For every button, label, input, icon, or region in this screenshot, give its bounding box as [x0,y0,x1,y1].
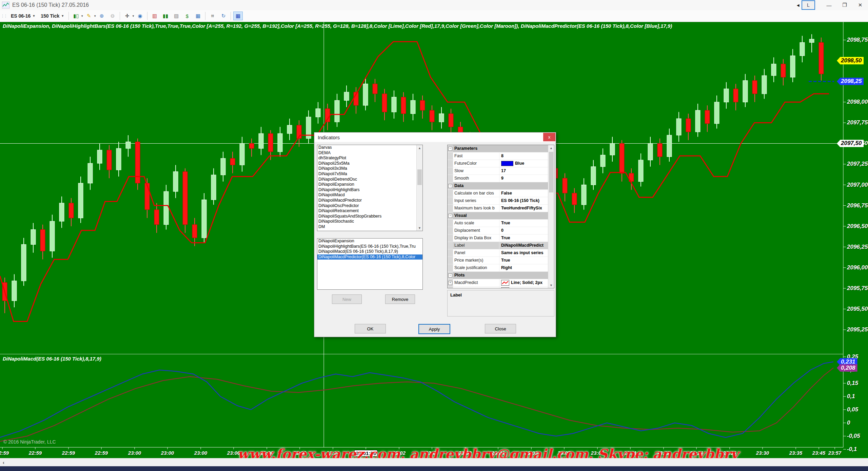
indicator-list-item[interactable]: DiNapoliRetracement [317,208,417,214]
property-row[interactable]: PanelSame as input series [448,249,548,257]
configured-indicator-item[interactable]: DiNapoliMacdPredictor(ES 06-16 (150 Tick… [317,254,422,260]
property-row[interactable]: Calculate on bar closFalse [448,190,548,197]
dialog-close-button[interactable]: x [543,133,555,141]
collapse-icon[interactable]: − [448,147,452,151]
scroll-thumb[interactable] [417,169,422,185]
chevron-down-icon[interactable]: ▼ [544,287,547,288]
property-row[interactable]: Smooth9 [448,175,548,182]
chart-trader-icon[interactable]: ▮▮ [161,12,170,20]
property-value[interactable]: False [499,190,548,197]
property-value[interactable]: ES 06-16 (150 Tick) [499,197,548,204]
property-value[interactable]: Blue [499,160,548,167]
collapse-icon[interactable]: − [448,273,452,278]
collapse-icon[interactable]: − [448,184,452,188]
property-value[interactable]: 9 [499,175,548,182]
property-row[interactable]: +MacdPredictLine; Solid; 2px [448,279,548,287]
indicator-panel-icon[interactable]: ⌗ [208,12,217,20]
property-row[interactable]: Fast8 [448,152,548,160]
scroll-down-icon[interactable]: ▼ [548,282,554,288]
scroll-up-icon[interactable]: ▲ [417,145,422,151]
property-row[interactable]: LabelDiNapoliMacdPredict [448,242,548,249]
property-value[interactable]: Line; Solid; 2px [499,279,548,286]
minimize-button[interactable]: — [821,0,837,10]
market-depth-icon[interactable]: ▥ [150,12,159,20]
ok-button[interactable]: OK [355,324,386,333]
available-indicators-list[interactable]: DarvasDEMAdhStrategyPlotDiNapoli25x5MaDi… [317,145,423,231]
indicator-list-item[interactable]: DM [317,224,417,230]
indicator-list-item[interactable]: DiNapoliExpansion [317,182,417,187]
indicator-list-item[interactable]: DiNapoliHighlightBars [317,187,417,193]
crosshair-icon[interactable]: ✛ [122,12,132,20]
property-row[interactable]: Input seriesES 06-16 (150 Tick) [448,197,548,205]
close-button[interactable]: ✕ [852,0,868,10]
new-button[interactable]: New [332,294,362,304]
chart-style-icon[interactable]: ▮▯ [71,12,81,20]
zoom-in-icon[interactable]: ⊕ [97,12,106,20]
property-row[interactable]: +MacdPredictFutureDot; Dot; -3,402▼ [448,287,548,288]
property-row[interactable]: Auto scaleTrue [448,220,548,227]
reload-icon[interactable]: ↻ [219,12,228,20]
instrument-dropdown[interactable]: ES 06-16 ▼ [8,12,38,20]
configured-indicator-item[interactable]: DiNapoliHighlightBars(ES 06-16 (150 Tick… [317,244,422,249]
macd-indicator-icon[interactable]: ▦ [233,12,243,20]
configured-indicators-list[interactable]: DiNapoliExpansionDiNapoliHighlightBars(E… [317,238,423,290]
indicator-list-item[interactable]: DiNapoli7x5Ma [317,171,417,177]
period-dropdown[interactable]: 150 Tick ▼ [38,12,67,20]
property-value[interactable]: Right [499,264,548,271]
mini-chart-icon[interactable]: ▨ [172,12,181,20]
toolbar-grip[interactable]: ⋮⋮ [1,14,7,18]
property-value[interactable]: TwoHundredFiftySix [499,205,548,212]
property-value[interactable]: True [499,234,548,242]
property-value[interactable]: 8 [499,152,548,160]
property-row[interactable]: Price marker(s)True [448,257,548,264]
expand-icon[interactable]: + [448,281,452,285]
horizontal-scrollbar[interactable]: ‹ [0,458,868,466]
property-value[interactable]: Dot; Dot; -3,402▼ [499,287,548,288]
properties-scrollbar[interactable]: ▲ ▼ [548,145,554,288]
indicator-list-item[interactable]: DiNapoliOscPredictor [317,203,417,209]
property-value[interactable]: DiNapoliMacdPredict [499,242,548,249]
collapse-icon[interactable]: − [448,214,452,218]
property-value[interactable]: 17 [499,167,548,175]
expand-icon[interactable]: + [448,288,452,289]
instrument-link-button[interactable]: L [802,0,815,10]
property-category-row[interactable]: −Plots [448,272,548,279]
data-grid-icon[interactable]: ▦ [193,12,203,20]
scroll-up-icon[interactable]: ▲ [548,145,554,151]
chart-preview-icon[interactable]: ◉ [135,12,145,20]
property-row[interactable]: Scale justificationRight [448,264,548,272]
indicator-list-item[interactable]: Darvas [317,145,417,150]
remove-button[interactable]: Remove [385,294,415,304]
account-data-icon[interactable]: $ [182,12,192,20]
property-category-row[interactable]: −Data [448,182,548,190]
available-list-scrollbar[interactable]: ▲ ▼ [416,145,422,231]
dialog-title-bar[interactable]: Indicators [314,132,556,142]
indicator-list-item[interactable]: DiNapoliMacdPredictor [317,198,417,203]
indicator-list-item[interactable]: DiNapoli3x3Ma [317,166,417,171]
zoom-out-icon[interactable]: ⊖ [108,12,117,20]
scroll-left-icon[interactable]: ‹ [3,459,4,465]
indicator-list-item[interactable]: DiNapoliStochastic [317,219,417,224]
property-category-row[interactable]: −Visual [448,212,548,220]
property-row[interactable]: FutureColorBlue [448,160,548,167]
indicator-list-item[interactable]: DEMA [317,150,417,156]
indicator-list-item[interactable]: DiNapoliDetrendOsc [317,177,417,182]
dialog-close-action-button[interactable]: Close [485,324,516,333]
indicator-list-item[interactable]: DiNapoliMacd [317,192,417,198]
indicator-properties-grid[interactable]: −ParametersFast8FutureColorBlueSlow17Smo… [447,145,554,288]
property-row[interactable]: Maximum bars look bTwoHundredFiftySix [448,205,548,212]
scroll-down-icon[interactable]: ▼ [417,225,422,231]
configured-indicator-item[interactable]: DiNapoliMacd(ES 06-16 (150 Tick),8,17,9) [317,249,422,254]
maximize-button[interactable]: ❐ [837,0,852,10]
property-category-row[interactable]: −Parameters [448,145,548,152]
property-row[interactable]: Slow17 [448,167,548,175]
property-value[interactable]: 0 [499,227,548,234]
property-value[interactable]: Same as input series [499,249,548,257]
property-row[interactable]: Displacement0 [448,227,548,234]
indicator-list-item[interactable]: DiNapoli25x5Ma [317,161,417,166]
property-value[interactable]: True [499,257,548,264]
property-row[interactable]: Display in Data BoxTrue [448,234,548,242]
indicator-list-item[interactable]: dhStrategyPlot [317,156,417,161]
indicator-list-item[interactable]: DiNapoliSquatsAndStopGrabbers [317,214,417,219]
configured-indicator-item[interactable]: DiNapoliExpansion [317,239,422,244]
